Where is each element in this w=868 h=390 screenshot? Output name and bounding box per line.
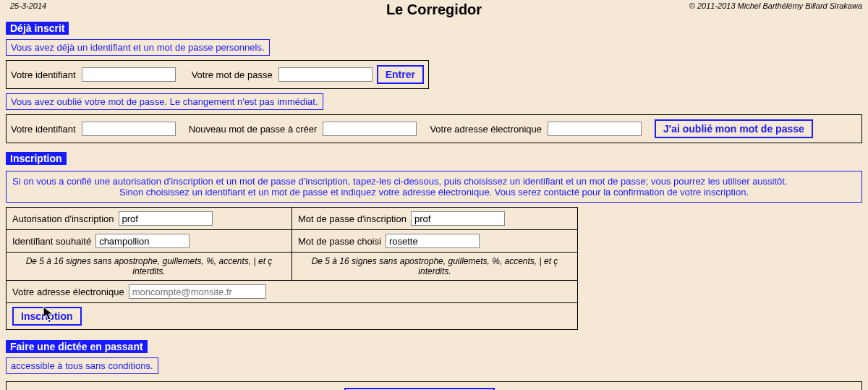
forgot-id-input[interactable] [82, 122, 176, 136]
forgot-row: Votre identifiant Nouveau mot de passe à… [6, 114, 862, 143]
header-copyright: © 2011-2013 Michel Barthélémy Billard Si… [689, 1, 862, 10]
auth-label: Autorisation d'inscription [12, 213, 114, 224]
inscription-line1: Si on vous a confié une autorisation d'i… [12, 176, 788, 187]
auth-input[interactable] [119, 211, 213, 226]
forgot-id-label: Votre identifiant [11, 124, 76, 135]
login-pw-input[interactable] [278, 67, 373, 82]
inscription-info: Si on vous a confié une autorisation d'i… [6, 171, 862, 203]
insc-email-label: Votre adresse électronique [12, 287, 124, 297]
section-inscription: Inscription [6, 152, 67, 165]
inscription-line2: Sinon choisissez un identifiant et un mo… [12, 187, 856, 198]
wantid-label: Identifiant souhaité [12, 236, 91, 247]
inscription-button[interactable]: Inscription [12, 307, 82, 326]
wantid-input[interactable] [95, 234, 190, 248]
page-title: Le Corregidor [386, 1, 482, 18]
insc-email-input[interactable] [129, 284, 266, 299]
forgot-email-label: Votre adresse électronique [430, 124, 542, 135]
forgot-newpw-input[interactable] [323, 122, 417, 136]
forgot-subtitle: Vous avez oublié votre mot de passe. Le … [6, 93, 323, 110]
passant-subtitle: accessible à tous sans conditions. [6, 357, 158, 374]
forgot-email-input[interactable] [548, 122, 642, 136]
passant-bar: Vous n'avez ni identifiant ni mot de pas… [6, 381, 862, 390]
login-id-input[interactable] [82, 67, 176, 82]
forgot-newpw-label: Nouveau mot de passe à créer [189, 124, 318, 135]
enter-button[interactable]: Entrer [377, 65, 424, 84]
header-date: 25-3-2014 [10, 1, 46, 10]
authpw-input[interactable] [411, 211, 505, 226]
login-pw-label: Votre mot de passe [192, 69, 273, 80]
forgot-button[interactable]: J'ai oublié mon mot de passe [655, 119, 813, 138]
hint-left: De 5 à 16 signes sans apostrophe, guille… [7, 253, 292, 281]
wantpw-label: Mot de passe choisi [298, 236, 381, 247]
section-deja-inscrit: Déjà inscrit [6, 22, 69, 35]
wantpw-input[interactable] [386, 234, 480, 248]
authpw-label: Mot de passe d'inscription [298, 213, 407, 224]
hint-right: De 5 à 16 signes sans apostrophe, guille… [292, 253, 578, 281]
login-row: Votre identifiant Votre mot de passe Ent… [6, 60, 429, 89]
section-passant: Faire une dictée en passant [6, 340, 148, 353]
login-id-label: Votre identifiant [11, 69, 76, 80]
inscription-table: Autorisation d'inscription Mot de passe … [6, 207, 578, 330]
deja-subtitle: Vous avez déjà un identifiant et un mot … [6, 39, 270, 56]
